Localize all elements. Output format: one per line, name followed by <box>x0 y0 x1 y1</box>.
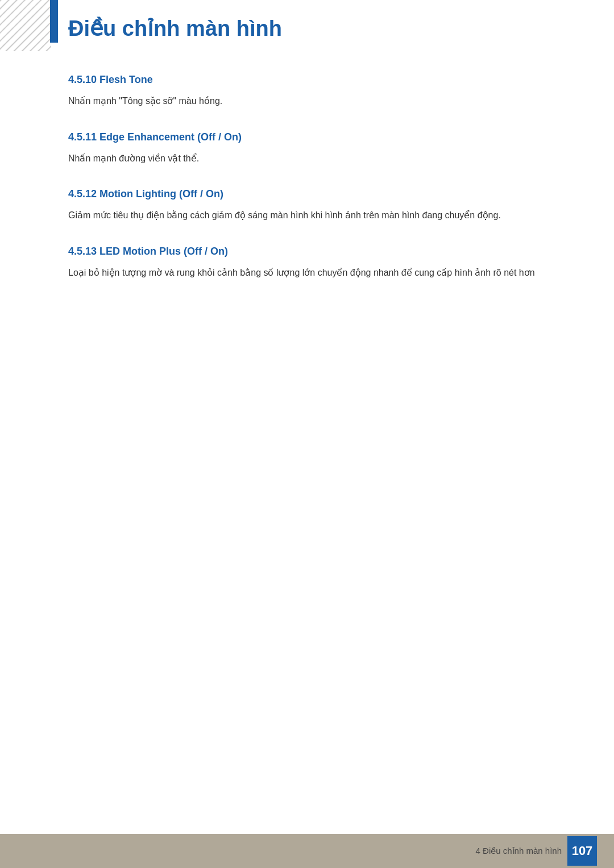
page-title: Điều chỉnh màn hình <box>68 16 580 41</box>
page-footer: 4 Điều chỉnh màn hình 107 <box>0 834 614 868</box>
section-body-4512: Giảm mức tiêu thụ điện bằng cách giảm độ… <box>68 208 569 223</box>
section-4512: 4.5.12 Motion Lighting (Off / On) Giảm m… <box>68 188 569 223</box>
blue-tab <box>50 0 58 43</box>
page-wrapper: Điều chỉnh màn hình 4.5.10 Flesh Tone Nh… <box>0 0 614 868</box>
section-heading-4510: 4.5.10 Flesh Tone <box>68 74 569 86</box>
section-body-4510: Nhấn mạnh "Tông sặc sỡ" màu hồng. <box>68 94 569 109</box>
footer-page-number: 107 <box>567 836 597 866</box>
corner-decoration <box>0 0 51 51</box>
section-body-4511: Nhấn mạnh đường viền vật thể. <box>68 151 569 166</box>
page-header: Điều chỉnh màn hình <box>68 11 580 41</box>
section-heading-4511: 4.5.11 Edge Enhancement (Off / On) <box>68 131 569 143</box>
content-area: 4.5.10 Flesh Tone Nhấn mạnh "Tông sặc sỡ… <box>68 74 569 823</box>
section-4510: 4.5.10 Flesh Tone Nhấn mạnh "Tông sặc sỡ… <box>68 74 569 109</box>
footer-text: 4 Điều chỉnh màn hình <box>476 846 562 856</box>
section-heading-4512: 4.5.12 Motion Lighting (Off / On) <box>68 188 569 200</box>
section-4511: 4.5.11 Edge Enhancement (Off / On) Nhấn … <box>68 131 569 166</box>
section-heading-4513: 4.5.13 LED Motion Plus (Off / On) <box>68 246 569 258</box>
section-4513: 4.5.13 LED Motion Plus (Off / On) Loại b… <box>68 246 569 280</box>
section-body-4513: Loại bỏ hiện tượng mờ và rung khỏi cảnh … <box>68 265 569 280</box>
svg-rect-1 <box>0 0 51 51</box>
